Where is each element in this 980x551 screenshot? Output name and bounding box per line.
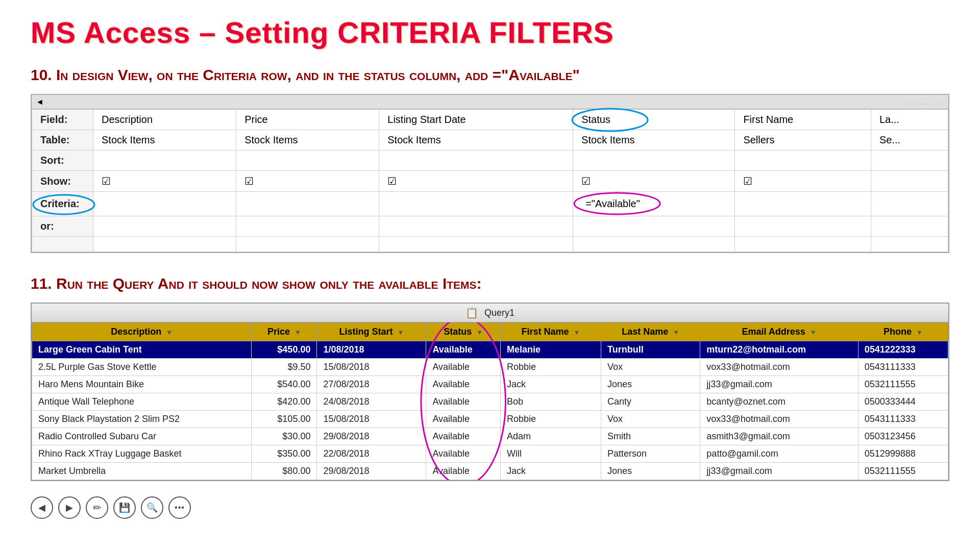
cell-listing-start: 22/08/2018 — [317, 445, 426, 463]
cell-phone: 0532111555 — [858, 463, 948, 480]
cell-listing-start: 15/08/2018 — [317, 359, 426, 376]
cell-listing-start: 29/08/2018 — [317, 463, 426, 480]
or-last — [871, 216, 948, 237]
empty-ls — [379, 237, 573, 252]
cell-status: Available — [426, 376, 501, 393]
nav-next-button[interactable]: ▶ — [58, 496, 81, 519]
show-listing-start-cb[interactable]: ☑ — [379, 171, 573, 192]
empty-row — [32, 237, 948, 252]
query-table-header: Description ▼ Price ▼ Listing Start ▼ St… — [32, 323, 948, 341]
cell-price: $30.00 — [252, 428, 317, 445]
criteria-description[interactable] — [93, 192, 236, 216]
cell-first-name: Jack — [500, 463, 601, 480]
cell-last-name: Patterson — [601, 445, 700, 463]
show-price-cb[interactable]: ☑ — [236, 171, 379, 192]
cell-description: Haro Mens Mountain Bike — [32, 376, 252, 393]
col-phone[interactable]: Phone ▼ — [858, 323, 948, 341]
cell-description: Radio Controlled Subaru Car — [32, 428, 252, 445]
phone-filter: ▼ — [916, 329, 923, 336]
cell-last-name: Canty — [601, 393, 700, 411]
criteria-row: Criteria: ="Available" — [32, 192, 948, 216]
query-results-table: Description ▼ Price ▼ Listing Start ▼ St… — [32, 322, 948, 480]
cell-email: bcanty@oznet.com — [700, 393, 858, 411]
cell-last-name: Vox — [601, 359, 700, 376]
cell-last-name: Jones — [601, 463, 700, 480]
sort-row: Sort: — [32, 151, 948, 171]
or-description — [93, 216, 236, 237]
nav-edit-button[interactable]: ✏ — [86, 496, 108, 519]
show-label: Show: — [32, 171, 93, 192]
query-table-body: Large Green Cabin Tent$450.001/08/2018Av… — [32, 341, 948, 480]
cell-price: $350.00 — [252, 445, 317, 463]
field-description: Description — [93, 110, 236, 130]
criteria-first-name[interactable] — [735, 192, 871, 216]
query-data-row: Market Umbrella$80.0029/08/2018Available… — [32, 463, 948, 480]
query-data-row: Rhino Rack XTray Luggage Basket$350.0022… — [32, 445, 948, 463]
table-listing-start: Stock Items — [379, 130, 573, 151]
query-window-title: Query1 — [484, 308, 514, 318]
or-first-name — [735, 216, 871, 237]
field-status: Status — [573, 110, 735, 130]
cell-email: vox33@hotmail.com — [700, 411, 858, 428]
show-status-cb[interactable]: ☑ — [573, 171, 735, 192]
svg-point-1 — [33, 195, 94, 214]
col-description[interactable]: Description ▼ — [32, 323, 252, 341]
cell-price: $9.50 — [252, 359, 317, 376]
cell-status: Available — [426, 445, 501, 463]
cell-description: Sony Black Playstation 2 Slim PS2 — [32, 411, 252, 428]
cell-description: Antique Wall Telephone — [32, 393, 252, 411]
criteria-status[interactable]: ="Available" — [573, 192, 735, 216]
design-view-topbar: ◄ ........... — [32, 95, 948, 109]
show-first-name-cb[interactable]: ☑ — [735, 171, 871, 192]
query-table-container: Description ▼ Price ▼ Listing Start ▼ St… — [32, 322, 948, 480]
scroll-left-arrow[interactable]: ◄ — [36, 97, 44, 107]
field-listing-start-date: Listing Start Date — [379, 110, 573, 130]
cell-price: $540.00 — [252, 376, 317, 393]
table-row-design: Table: Stock Items Stock Items Stock Ite… — [32, 130, 948, 151]
field-label: Field: — [32, 110, 93, 130]
nav-search-button[interactable]: 🔍 — [141, 496, 163, 519]
empty-price — [236, 237, 379, 252]
cell-last-name: Vox — [601, 411, 700, 428]
nav-more-button[interactable]: ••• — [168, 496, 191, 519]
cell-first-name: Bob — [500, 393, 601, 411]
criteria-price[interactable] — [236, 192, 379, 216]
col-last-name[interactable]: Last Name ▼ — [601, 323, 700, 341]
col-price[interactable]: Price ▼ — [252, 323, 317, 341]
cell-listing-start: 27/08/2018 — [317, 376, 426, 393]
criteria-listing-start[interactable] — [379, 192, 573, 216]
description-filter: ▼ — [166, 329, 173, 336]
sort-first-name — [735, 151, 871, 171]
cell-first-name: Jack — [500, 376, 601, 393]
empty-last — [871, 237, 948, 252]
criteria-last[interactable] — [871, 192, 948, 216]
col-first-name[interactable]: First Name ▼ — [500, 323, 601, 341]
col-listing-start[interactable]: Listing Start ▼ — [317, 323, 426, 341]
design-view-wrapper: ◄ ........... Field: Description Price L… — [31, 94, 949, 253]
empty-status — [573, 237, 735, 252]
query-data-row: Sony Black Playstation 2 Slim PS2$105.00… — [32, 411, 948, 428]
nav-prev-button[interactable]: ◀ — [31, 496, 53, 519]
cell-email: vox33@hotmail.com — [700, 359, 858, 376]
show-description-cb[interactable]: ☑ — [93, 171, 236, 192]
listing-filter: ▼ — [397, 329, 404, 336]
cell-email: jj33@gmail.com — [700, 463, 858, 480]
sort-description — [93, 151, 236, 171]
cell-price: $450.00 — [252, 341, 317, 359]
cell-phone: 0543111333 — [858, 359, 948, 376]
empty-desc — [93, 237, 236, 252]
cell-first-name: Adam — [500, 428, 601, 445]
cell-first-name: Melanie — [500, 341, 601, 359]
sort-last — [871, 151, 948, 171]
cell-status: Available — [426, 463, 501, 480]
cell-price: $105.00 — [252, 411, 317, 428]
nav-save-button[interactable]: 💾 — [113, 496, 136, 519]
empty-label — [32, 237, 93, 252]
sort-listing-start — [379, 151, 573, 171]
col-status[interactable]: Status ▼ — [426, 323, 501, 341]
query-header-row: Description ▼ Price ▼ Listing Start ▼ St… — [32, 323, 948, 341]
field-row: Field: Description Price Listing Start D… — [32, 110, 948, 130]
query-window: 📋 Query1 Description ▼ Price ▼ Listing S… — [31, 303, 949, 481]
firstname-filter: ▼ — [574, 329, 580, 336]
col-email[interactable]: Email Address ▼ — [700, 323, 858, 341]
